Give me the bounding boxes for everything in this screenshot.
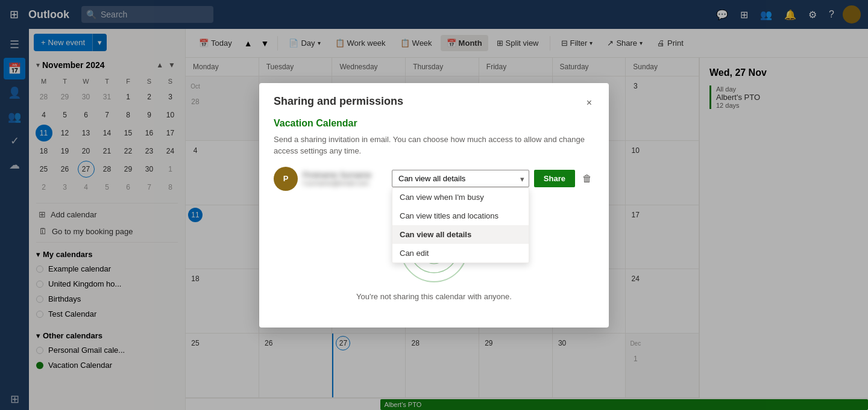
modal-body: Vacation Calendar Send a sharing invitat… (259, 111, 609, 328)
share-submit-button[interactable]: Share (534, 170, 575, 187)
dropdown-item-busy[interactable]: Can view when I'm busy (392, 188, 529, 207)
dropdown-item-edit[interactable]: Can edit (392, 244, 529, 262)
permission-dropdown-menu: Can view when I'm busy Can view titles a… (392, 187, 529, 263)
modal-title: Sharing and permissions (274, 95, 403, 108)
empty-state-text: You're not sharing this calendar with an… (286, 292, 582, 301)
modal-close-button[interactable]: × (584, 95, 594, 111)
dropdown-item-titles[interactable]: Can view titles and locations (392, 207, 529, 225)
share-person-info: Firstname Surname f.surname@email.com (303, 170, 387, 187)
sharing-permissions-modal: Sharing and permissions × Vacation Calen… (259, 83, 609, 328)
dropdown-item-all-details[interactable]: Can view all details (392, 225, 529, 244)
share-avatar: P (274, 167, 298, 191)
modal-description: Send a sharing invitation in email. You … (274, 134, 594, 157)
share-person-email: f.surname@email.com (303, 179, 387, 187)
delete-share-button[interactable]: 🗑 (580, 171, 594, 187)
share-person-name: Firstname Surname (303, 170, 387, 179)
modal-overlay[interactable]: Sharing and permissions × Vacation Calen… (0, 0, 868, 410)
permission-dropdown-wrapper: Can view when I'm busy Can view titles a… (392, 170, 529, 187)
modal-header: Sharing and permissions × (259, 83, 609, 111)
share-row: P Firstname Surname f.surname@email.com … (274, 167, 594, 191)
modal-calendar-name: Vacation Calendar (274, 118, 594, 129)
permission-dropdown[interactable]: Can view when I'm busy Can view titles a… (392, 170, 529, 187)
